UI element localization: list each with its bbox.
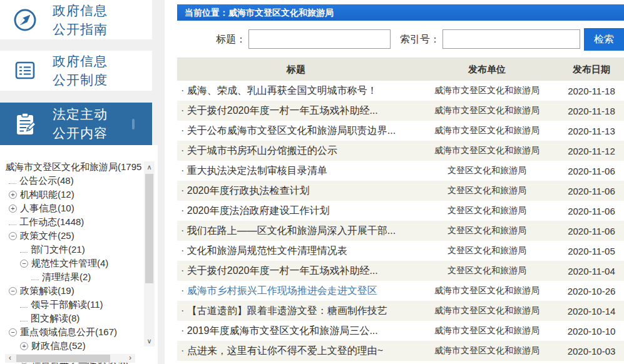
tree-item-label: 清理结果(2) (42, 271, 91, 282)
tree-item-label: 图文解读(8) (31, 313, 79, 323)
tree-item-label: 政策文件(25) (20, 230, 74, 241)
publish-date: 2020-10-14 (559, 306, 624, 316)
publish-date: 2020-10-03 (559, 346, 624, 356)
title-search-input[interactable] (248, 29, 391, 49)
publish-date: 2020-11-12 (559, 146, 624, 156)
collapse-icon[interactable]: − (9, 328, 17, 336)
table-row: 关于城市书房环山分馆搬迁的公示威海市文登区文化和旅游局2020-11-12 (177, 141, 624, 161)
breadcrumb: 当前位置：威海市文登区文化和旅游局 (177, 4, 624, 21)
document-icon (11, 57, 39, 84)
table-header-date: 发布日期 (559, 64, 624, 76)
publish-unit: 威海市文登区文化和旅游局 (415, 125, 559, 136)
index-number-input[interactable] (442, 29, 580, 49)
tree-item[interactable]: 图文解读(8) (0, 311, 145, 325)
document-title-link[interactable]: 2020年度法治政府建设工作计划 (177, 205, 415, 218)
document-title-link[interactable]: 关于城市书房环山分馆搬迁的公示 (177, 144, 415, 158)
collapse-icon[interactable]: − (9, 232, 17, 240)
scroll-right-icon[interactable]: › (125, 354, 135, 363)
table-row: 关于拨付2020年度一村一年五场戏补助经...文登区文化和旅游局2020-11-… (177, 261, 624, 281)
tree-item-label: 财政信息(52) (31, 340, 86, 351)
document-title-link[interactable]: 威海市乡村振兴工作现场推进会走进文登区 (177, 285, 415, 298)
sidebar-item-gov-info-guide[interactable]: 政府信息 公开指南 (0, 0, 152, 39)
vertical-scrollbar-thumb[interactable] (145, 174, 153, 283)
search-button[interactable]: 检索 (584, 28, 624, 51)
collapse-icon[interactable]: − (9, 287, 17, 295)
collapse-icon[interactable]: − (20, 260, 28, 268)
table-row: 【古道遗韵】跟着非遗游文登：糖画制作技艺威海市文登区文化和旅游局2020-10-… (177, 301, 624, 321)
scroll-up-icon[interactable]: ∧ (144, 161, 155, 173)
tree-item-label: 政策解读(19) (20, 285, 74, 296)
tree-item[interactable]: +机构职能(12) (0, 188, 145, 201)
publish-date: 2020-11-06 (559, 186, 624, 196)
table-row: 文化和旅游局规范性文件清理情况表文登区文化和旅游局2020-11-05 (177, 241, 624, 261)
table-row: 关于公布威海市文登区文化和旅游局职责边界...威海市文登区文化和旅游局2020-… (177, 121, 624, 141)
document-title-link[interactable]: 重大执法决定法制审核目录清单 (177, 164, 415, 178)
document-title-link[interactable]: 我们在路上——区文化和旅游局深入开展干部... (177, 225, 415, 238)
tree-item[interactable]: −政策文件(25) (0, 229, 145, 243)
document-title-link[interactable]: 关于拨付2020年度一村一年五场戏补助经... (177, 265, 415, 278)
tree-item[interactable]: 部门文件(21) (0, 243, 145, 256)
table-row: 威海市乡村振兴工作现场推进会走进文登区威海市文登区文化和旅游局2020-10-2… (177, 281, 624, 301)
publish-date: 2020-11-06 (559, 206, 624, 216)
sidebar-item-label: 政府信息 公开制度 (53, 52, 108, 89)
tree-item[interactable]: −重点领域信息公开(167) (0, 325, 145, 339)
tree-item[interactable]: 领导干部解读(11) (0, 298, 145, 311)
tree-item-label: 人事信息(10) (20, 203, 74, 213)
publish-unit: 威海市文登区文化和旅游局 (415, 285, 559, 296)
publish-unit: 文登区文化和旅游局 (415, 225, 559, 236)
document-title-link[interactable]: 2019年度威海市文登区文化和旅游局三公... (177, 325, 415, 338)
tree-branch-icon (20, 318, 28, 321)
sidebar-item-statutory-disclosure[interactable]: 法定主动 公开内容 (0, 103, 152, 145)
table-row: 威海、荣成、乳山再获全国文明城市称号！威海市文登区文化和旅游局2020-11-1… (177, 81, 624, 101)
sidebar: 政府信息 公开指南 政府信息 公开制度 (0, 0, 165, 364)
tree-item[interactable]: −规范性文件管理(4) (0, 256, 145, 270)
tree-vertical-scrollbar[interactable]: ∧ ∨ (144, 161, 155, 346)
table-header-unit: 发布单位 (415, 64, 559, 76)
tree-item[interactable]: +人事信息(10) (0, 201, 145, 215)
category-tree-panel: 威海市文登区文化和旅游局(1795公告公示(48)+机构职能(12)+人事信息(… (0, 145, 158, 364)
publish-date: 2020-11-13 (559, 126, 624, 136)
tree-item-label: 部门文件(21) (31, 244, 85, 255)
scroll-left-icon[interactable]: ‹ (5, 354, 15, 363)
tree-branch-icon (31, 277, 39, 280)
tree-branch-icon (20, 250, 28, 253)
sidebar-scroll-thumb (132, 119, 135, 129)
expand-icon[interactable]: + (9, 191, 17, 199)
tree-horizontal-scrollbar[interactable]: ‹ › (5, 354, 135, 363)
table-row: 2020年度行政执法检查计划文登区文化和旅游局2020-11-06 (177, 181, 624, 201)
table-header-title: 标题 (177, 64, 415, 76)
publish-unit: 文登区文化和旅游局 (415, 205, 559, 216)
table-row: 重大执法决定法制审核目录清单文登区文化和旅游局2020-11-06 (177, 161, 624, 181)
document-title-link[interactable]: 点进来，这里有让你不得不爱上文登的理由~ (177, 345, 415, 358)
main-content: 当前位置：威海市文登区文化和旅游局 标题： 索引号： 检索 标题 发布单位 发布… (177, 0, 624, 364)
document-title-link[interactable]: 2020年度行政执法检查计划 (177, 185, 415, 198)
tree-item-label: 规范性文件管理(4) (31, 258, 108, 268)
page: 政府信息 公开指南 政府信息 公开制度 (0, 0, 624, 364)
table-row: 点进来，这里有让你不得不爱上文登的理由~威海市文登区文化和旅游局2020-10-… (177, 341, 624, 361)
tree-item-label: 领导干部解读(11) (31, 299, 103, 310)
tree-item[interactable]: +财政信息(52) (0, 339, 145, 353)
expand-icon[interactable]: + (20, 342, 28, 350)
table-row: 2020年度法治政府建设工作计划文登区文化和旅游局2020-11-06 (177, 201, 624, 221)
publish-date: 2020-11-18 (559, 86, 624, 96)
horizontal-scrollbar-thumb[interactable] (16, 355, 110, 362)
tree-branch-icon (20, 305, 28, 308)
tree-item[interactable]: 威海市文登区文化和旅游局(1795 (0, 160, 145, 174)
tree-item[interactable]: 工作动态(1448) (0, 215, 145, 229)
tree-item[interactable]: −政策解读(19) (0, 284, 145, 298)
document-title-link[interactable]: 【古道遗韵】跟着非遗游文登：糖画制作技艺 (177, 305, 415, 318)
expand-icon[interactable]: + (9, 205, 17, 213)
scroll-down-icon[interactable]: ∨ (144, 335, 155, 346)
publish-date: 2020-11-06 (559, 226, 624, 236)
publish-unit: 威海市文登区文化和旅游局 (415, 105, 559, 116)
tree-item[interactable]: 清理结果(2) (0, 270, 145, 284)
document-title-link[interactable]: 文化和旅游局规范性文件清理情况表 (177, 245, 415, 258)
document-title-link[interactable]: 关于拨付2020年度一村一年五场戏补助经... (177, 104, 415, 118)
tree-item[interactable]: 公告公示(48) (0, 174, 145, 188)
sidebar-item-gov-info-system[interactable]: 政府信息 公开制度 (0, 51, 152, 91)
document-title-link[interactable]: 关于公布威海市文登区文化和旅游局职责边界... (177, 124, 415, 138)
compass-icon (11, 6, 39, 34)
document-title-link[interactable]: 威海、荣成、乳山再获全国文明城市称号！ (177, 84, 415, 98)
publish-date: 2020-10-10 (559, 326, 624, 336)
category-tree: 威海市文登区文化和旅游局(1795公告公示(48)+机构职能(12)+人事信息(… (0, 160, 145, 364)
